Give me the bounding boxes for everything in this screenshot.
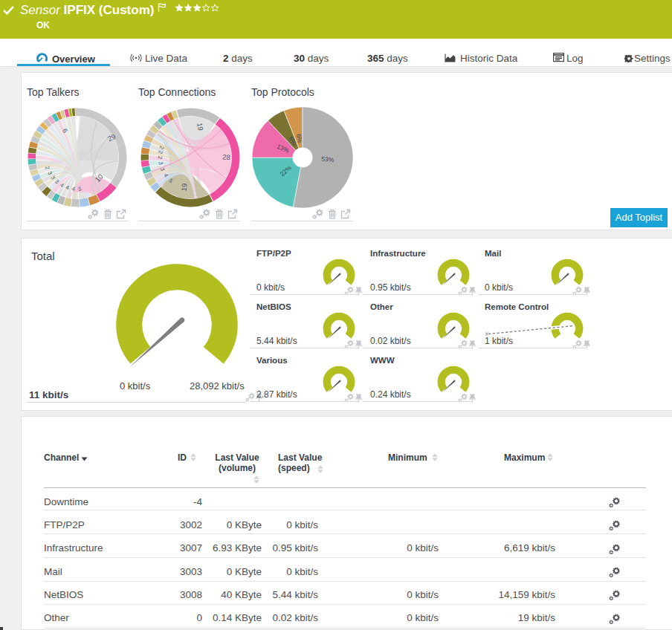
svg-text:3: 3 bbox=[157, 161, 164, 165]
svg-text:5: 5 bbox=[78, 185, 81, 192]
svg-text:19: 19 bbox=[179, 183, 188, 192]
svg-text:28: 28 bbox=[222, 152, 230, 161]
svg-text:53%: 53% bbox=[321, 155, 335, 163]
svg-text:19: 19 bbox=[196, 122, 205, 131]
svg-text:2: 2 bbox=[156, 155, 163, 159]
